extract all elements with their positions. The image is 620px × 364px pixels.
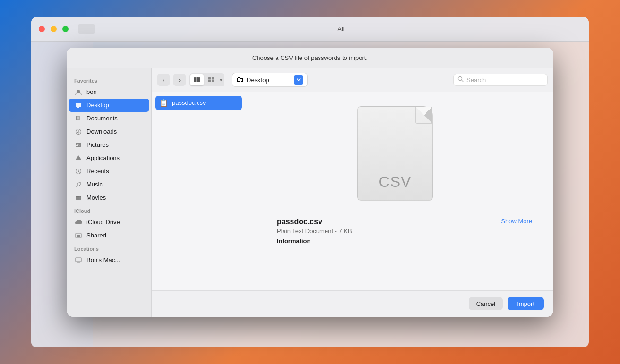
applications-icon <box>74 154 83 162</box>
sidebar-item-icloud-drive-label: iCloud Drive <box>86 219 120 226</box>
recents-icon <box>74 167 83 176</box>
maximize-button[interactable] <box>62 26 69 32</box>
csv-file-preview-icon: CSV <box>357 106 442 210</box>
sidebar-item-shared[interactable]: Shared <box>69 229 149 242</box>
downloads-icon <box>74 127 83 136</box>
svg-rect-23 <box>198 77 200 82</box>
location-text: Desktop <box>247 76 291 84</box>
preview-info-label: Information <box>277 237 447 245</box>
sidebar-item-recents-label: Recents <box>86 168 109 175</box>
folder-icon: 🗂 <box>236 76 244 84</box>
picker-sidebar: Favorites bon Desktop <box>67 68 152 317</box>
sidebar-toggle-icon[interactable] <box>78 24 95 34</box>
sidebar-item-shared-label: Shared <box>86 232 106 239</box>
sidebar-item-movies[interactable]: Movies <box>69 191 149 204</box>
sidebar-item-applications[interactable]: Applications <box>69 152 149 165</box>
import-button[interactable]: Import <box>508 297 544 310</box>
svg-rect-18 <box>76 258 81 262</box>
svg-rect-13 <box>76 196 81 197</box>
picker-body: Favorites bon Desktop <box>67 68 553 317</box>
sidebar-item-bon-label: bon <box>86 88 97 95</box>
picker-footer: Cancel Import <box>152 290 553 317</box>
picker-content: 📋 passdoc.csv CSV <box>152 92 553 290</box>
picker-title: Choose a CSV file of passwords to import… <box>252 54 368 61</box>
sidebar-item-documents-label: Documents <box>86 115 118 122</box>
svg-point-7 <box>77 144 78 145</box>
sidebar-item-downloads[interactable]: Downloads <box>69 125 149 138</box>
sidebar-item-documents[interactable]: Documents <box>69 112 149 125</box>
sidebar-item-pictures[interactable]: Pictures <box>69 138 149 152</box>
bg-titlebar: All <box>31 17 589 42</box>
sidebar-item-icloud-drive[interactable]: iCloud Drive <box>69 216 149 229</box>
sidebar-item-music-label: Music <box>86 181 103 188</box>
svg-rect-27 <box>212 80 214 83</box>
file-list: 📋 passdoc.csv <box>152 92 246 290</box>
sidebar-item-bons-mac-label: Bon's Mac... <box>86 256 120 263</box>
bg-window-title: All <box>101 25 581 33</box>
movies-icon <box>74 194 83 202</box>
file-picker-dialog: Choose a CSV file of passwords to import… <box>67 48 553 317</box>
svg-rect-21 <box>194 77 196 82</box>
svg-rect-26 <box>208 80 211 83</box>
location-dropdown[interactable]: 🗂 Desktop <box>232 73 308 87</box>
back-icon: ‹ <box>163 76 164 84</box>
svg-rect-2 <box>78 107 79 108</box>
sidebar-item-downloads-label: Downloads <box>86 128 117 135</box>
view-more-icon[interactable]: ▾ <box>219 77 224 83</box>
grid-view-button[interactable] <box>205 74 218 85</box>
person-icon <box>74 88 83 96</box>
svg-marker-8 <box>76 155 81 160</box>
picker-main: ‹ › <box>152 68 553 317</box>
documents-icon <box>74 114 83 123</box>
csv-icon-body: CSV <box>357 106 433 201</box>
sidebar-item-pictures-label: Pictures <box>86 141 109 148</box>
csv-type-label: CSV <box>379 173 412 191</box>
show-more-link[interactable]: Show More <box>501 218 532 225</box>
column-view-button[interactable] <box>190 74 204 85</box>
locations-label: Locations <box>67 242 151 254</box>
svg-point-11 <box>79 185 80 186</box>
icloud-drive-icon <box>74 218 83 227</box>
preview-file-meta: Plain Text Document - 7 KB <box>277 228 447 235</box>
sidebar-item-bons-mac[interactable]: Bon's Mac... <box>69 254 149 267</box>
computer-icon <box>74 256 83 264</box>
sidebar-item-applications-label: Applications <box>86 154 120 161</box>
view-toggle: ▾ <box>189 73 224 86</box>
preview-area: CSV passdoc.csv Plain Text Document - 7 … <box>246 92 553 290</box>
csv-icon-fold-overlay <box>415 107 432 124</box>
shared-icon <box>74 231 83 240</box>
search-input[interactable] <box>466 76 543 84</box>
file-info: passdoc.csv Plain Text Document - 7 KB I… <box>267 218 456 245</box>
close-button[interactable] <box>39 26 45 32</box>
svg-rect-17 <box>77 235 80 237</box>
search-icon <box>457 76 464 84</box>
file-item-passdoc[interactable]: 📋 passdoc.csv <box>155 96 242 110</box>
svg-line-29 <box>462 80 464 82</box>
search-box <box>453 74 548 86</box>
sidebar-item-bon[interactable]: bon <box>69 85 149 99</box>
minimize-button[interactable] <box>51 26 57 32</box>
svg-rect-6 <box>76 143 81 147</box>
file-info-row: passdoc.csv Plain Text Document - 7 KB I… <box>258 218 542 245</box>
forward-button[interactable]: › <box>173 74 186 86</box>
csv-file-icon: 📋 <box>159 99 168 107</box>
desktop-icon <box>74 101 83 110</box>
sidebar-item-movies-label: Movies <box>86 194 106 201</box>
file-item-name: passdoc.csv <box>172 99 206 106</box>
sidebar-item-desktop-label: Desktop <box>86 102 109 109</box>
picker-toolbar: ‹ › <box>152 68 553 92</box>
sidebar-item-music[interactable]: Music <box>69 178 149 191</box>
cancel-button[interactable]: Cancel <box>469 297 503 310</box>
svg-rect-22 <box>197 77 198 82</box>
sidebar-item-desktop[interactable]: Desktop <box>69 99 149 112</box>
svg-point-10 <box>76 186 78 187</box>
music-icon <box>74 180 83 189</box>
back-button[interactable]: ‹ <box>157 74 170 86</box>
preview-file-name: passdoc.csv <box>277 218 447 226</box>
picker-header: Choose a CSV file of passwords to import… <box>67 48 553 68</box>
icloud-label: iCloud <box>67 204 151 216</box>
favorites-label: Favorites <box>67 74 151 85</box>
sidebar-item-recents[interactable]: Recents <box>69 165 149 178</box>
forward-icon: › <box>179 76 181 84</box>
svg-rect-25 <box>212 77 214 80</box>
